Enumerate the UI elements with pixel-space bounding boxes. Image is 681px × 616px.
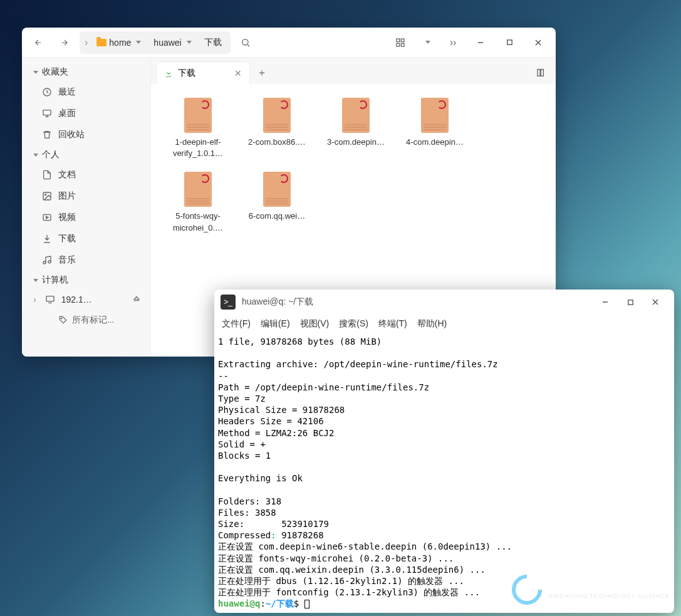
minimize-button[interactable]	[593, 290, 618, 315]
close-tab-button[interactable]: ✕	[234, 68, 242, 78]
download-icon	[164, 69, 173, 78]
sidebar-item-trash[interactable]: 回收站	[22, 124, 150, 145]
svg-rect-4	[397, 43, 400, 46]
chevron-down-icon	[33, 279, 38, 282]
watermark-text: 信创技术联盟	[548, 580, 670, 592]
close-button[interactable]	[526, 30, 551, 55]
maximize-button[interactable]	[497, 30, 522, 55]
tab-bar: 下载 ✕ ＋	[151, 58, 556, 84]
breadcrumb-downloads[interactable]: 下载	[199, 34, 227, 51]
tab-downloads[interactable]: 下载 ✕	[156, 61, 250, 84]
chevron-right-icon: ›	[83, 37, 89, 48]
menu-item[interactable]: 终端(T)	[378, 318, 407, 330]
file-item[interactable]: 3-com.deepin…	[319, 94, 393, 163]
terminal-titlebar[interactable]: >_ huawei@q: ~/下载	[214, 290, 674, 315]
breadcrumb[interactable]: › home huawei 下载	[80, 31, 231, 54]
file-item[interactable]: 5-fonts-wqy-microhei_0.…	[161, 168, 235, 237]
deb-package-icon	[184, 172, 212, 207]
chevron-down-icon	[33, 154, 38, 157]
sidebar-item-label: 视频	[58, 212, 76, 223]
view-columns-button[interactable]	[532, 63, 551, 82]
video-icon	[42, 212, 52, 222]
file-item[interactable]: 2-com.box86.…	[240, 94, 314, 163]
watermark-subtext: XINCHUANG TECHNOLOGY ALLIANCE	[548, 593, 670, 599]
add-tab-button[interactable]: ＋	[252, 63, 271, 82]
close-button[interactable]	[643, 290, 668, 315]
minimize-button[interactable]	[468, 30, 493, 55]
svg-rect-13	[46, 296, 54, 301]
sidebar-item-label: 图片	[58, 191, 76, 202]
sidebar-group-computer[interactable]: 计算机	[22, 271, 150, 290]
sidebar-item-documents[interactable]: 文档	[22, 164, 150, 185]
menu-item[interactable]: 帮助(H)	[417, 318, 447, 330]
search-button[interactable]	[234, 31, 257, 54]
svg-point-11	[43, 261, 46, 264]
menu-item[interactable]: 编辑(E)	[261, 318, 290, 330]
sidebar-item-pictures[interactable]: 图片	[22, 185, 150, 207]
file-label: 3-com.deepin…	[327, 137, 385, 148]
deb-package-icon	[263, 172, 291, 207]
chevron-down-icon[interactable]	[136, 41, 141, 44]
download-icon	[42, 234, 52, 244]
sidebar-all-tags[interactable]: 所有标记...	[22, 310, 150, 331]
svg-rect-7	[43, 110, 51, 115]
file-label: 6-com.qq.wei…	[249, 211, 305, 222]
view-dropdown-button[interactable]	[415, 31, 438, 54]
terminal-window: >_ huawei@q: ~/下载 文件(F)编辑(E)视图(V)搜索(S)终端…	[214, 290, 674, 613]
sidebar-group-personal[interactable]: 个人	[22, 145, 150, 164]
file-label: 4-com.deepin…	[406, 137, 464, 148]
sidebar-item-videos[interactable]: 视频	[22, 207, 150, 228]
file-label: 5-fonts-wqy-microhei_0.…	[165, 211, 231, 233]
view-grid-button[interactable]	[389, 31, 412, 54]
sidebar-item-downloads[interactable]: 下载	[22, 228, 150, 249]
maximize-button[interactable]	[618, 290, 643, 315]
sidebar-item-recent[interactable]: 最近	[22, 81, 150, 103]
breadcrumb-user[interactable]: huawei	[148, 35, 196, 50]
watermark: 信创技术联盟 XINCHUANG TECHNOLOGY ALLIANCE	[512, 575, 670, 605]
file-manager-titlebar: › home huawei 下载 ››	[22, 28, 556, 58]
deb-package-icon	[342, 98, 370, 133]
forward-button[interactable]	[53, 31, 76, 54]
file-item[interactable]: 4-com.deepin…	[398, 94, 472, 163]
file-label: 2-com.box86.…	[248, 137, 306, 148]
menu-item[interactable]: 视图(V)	[300, 318, 330, 330]
menu-item[interactable]: 搜索(S)	[339, 318, 368, 330]
menu-item[interactable]: 文件(F)	[222, 318, 251, 330]
breadcrumb-label: 下载	[204, 37, 222, 48]
breadcrumb-home[interactable]: home	[91, 35, 146, 50]
terminal-title: huawei@q: ~/下载	[242, 296, 313, 308]
tab-label: 下载	[178, 68, 195, 79]
chevron-right-icon: ›	[33, 295, 36, 305]
sidebar-group-favorites[interactable]: 收藏夹	[22, 63, 150, 81]
svg-rect-2	[401, 39, 404, 42]
terminal-output[interactable]: 1 file, 91878268 bytes (88 MiB) Extracti…	[214, 333, 674, 613]
svg-rect-10	[43, 214, 51, 220]
sidebar-item-label: 桌面	[58, 108, 76, 119]
svg-rect-16	[541, 70, 543, 76]
file-item[interactable]: 6-com.qq.wei…	[240, 168, 314, 237]
svg-rect-17	[628, 300, 632, 304]
desktop-icon	[42, 108, 52, 118]
breadcrumb-label: huawei	[153, 38, 181, 48]
svg-rect-1	[397, 39, 400, 42]
svg-point-0	[242, 39, 247, 44]
file-label: 1-deepin-elf-verify_1.0.1…	[165, 137, 231, 159]
document-icon	[42, 170, 52, 180]
sidebar-item-music[interactable]: 音乐	[22, 249, 150, 271]
sidebar-item-label: 文档	[58, 169, 76, 180]
tag-icon	[58, 315, 68, 325]
monitor-icon	[45, 295, 55, 305]
folder-icon	[96, 39, 107, 46]
more-button[interactable]: ››	[442, 31, 464, 54]
chevron-down-icon[interactable]	[187, 41, 192, 44]
eject-icon[interactable]	[132, 295, 142, 305]
back-button[interactable]	[27, 31, 49, 54]
svg-rect-5	[507, 40, 511, 44]
sidebar-item-network[interactable]: › 192.1…	[22, 290, 150, 310]
sidebar-item-desktop[interactable]: 桌面	[22, 103, 150, 124]
file-item[interactable]: 1-deepin-elf-verify_1.0.1…	[161, 94, 235, 163]
image-icon	[42, 191, 52, 201]
sidebar-item-label: 回收站	[58, 129, 85, 140]
sidebar-item-label: 音乐	[58, 254, 76, 266]
deb-package-icon	[421, 98, 449, 133]
